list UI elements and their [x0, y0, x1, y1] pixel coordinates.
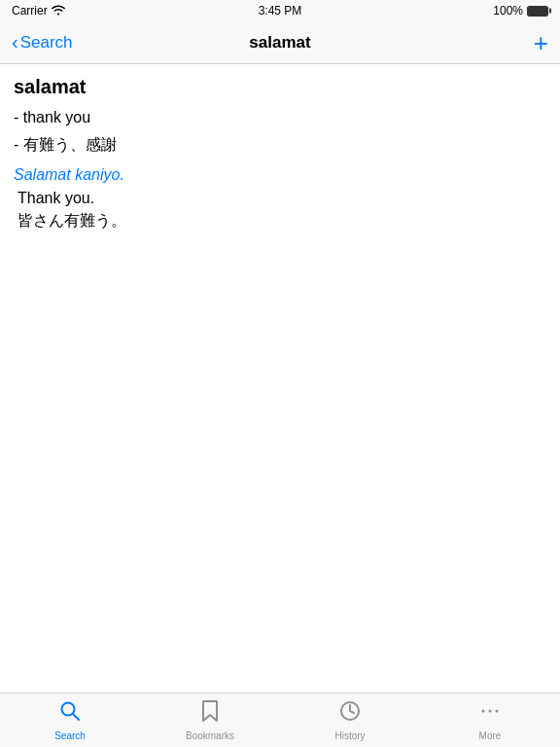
- tab-search[interactable]: Search: [0, 694, 140, 747]
- battery-percent: 100%: [493, 4, 523, 18]
- tab-bookmarks-label: Bookmarks: [186, 730, 234, 741]
- example-translation-1: Thank you.: [14, 190, 546, 207]
- tab-history-label: History: [334, 730, 365, 741]
- back-label: Search: [20, 33, 73, 53]
- battery-fill: [528, 7, 547, 16]
- search-icon: [58, 699, 82, 729]
- nav-title: salamat: [249, 33, 310, 53]
- tab-history[interactable]: History: [280, 694, 420, 747]
- svg-point-4: [482, 710, 485, 713]
- tab-bookmarks[interactable]: Bookmarks: [140, 694, 280, 747]
- status-right: 100%: [493, 4, 548, 18]
- more-icon: [478, 699, 502, 729]
- status-time: 3:45 PM: [259, 4, 302, 18]
- svg-marker-2: [203, 701, 217, 721]
- svg-point-6: [496, 710, 499, 713]
- tab-more-label: More: [479, 730, 502, 741]
- word-title: salamat: [14, 76, 546, 98]
- status-left: Carrier: [12, 4, 65, 18]
- chevron-left-icon: ‹: [12, 32, 18, 52]
- bookmarks-icon: [198, 699, 222, 729]
- tab-bar: Search Bookmarks History More: [0, 693, 560, 747]
- add-button[interactable]: +: [534, 30, 548, 55]
- svg-point-5: [489, 710, 492, 713]
- tab-more[interactable]: More: [420, 694, 560, 747]
- status-bar: Carrier 3:45 PM 100%: [0, 0, 560, 21]
- nav-bar: ‹ Search salamat +: [0, 21, 560, 64]
- definition-line-2: - 有難う、感謝: [14, 133, 546, 157]
- tab-search-label: Search: [54, 730, 86, 741]
- back-button[interactable]: ‹ Search: [12, 33, 73, 53]
- history-icon: [338, 699, 362, 729]
- svg-line-1: [73, 714, 79, 720]
- content-area: salamat - thank you - 有難う、感謝 Salamat kan…: [0, 64, 560, 693]
- definition-line-1: - thank you: [14, 106, 546, 129]
- carrier-label: Carrier: [12, 4, 48, 18]
- battery-icon: [527, 6, 548, 17]
- wifi-icon: [52, 4, 65, 18]
- example-translation-2: 皆さん有難う。: [14, 211, 546, 231]
- example-phrase: Salamat kaniyo.: [14, 166, 546, 184]
